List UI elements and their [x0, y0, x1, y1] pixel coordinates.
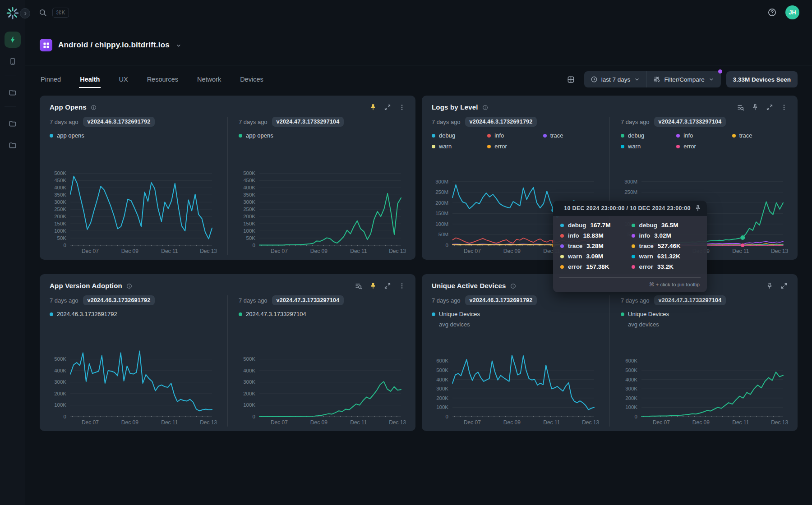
pin-icon[interactable] — [369, 282, 377, 289]
legend-item[interactable]: 2024.46.3.1732691792 — [50, 311, 217, 317]
card-actions — [737, 104, 788, 111]
legend-item[interactable]: info — [487, 132, 543, 139]
line-chart[interactable]: 600K500K400K300K200K100K0Dec 07Dec 09Dec… — [432, 350, 599, 427]
legend-item[interactable]: avg devices — [621, 321, 788, 328]
legend-item[interactable]: trace — [543, 132, 599, 139]
legend-item[interactable]: debug — [621, 132, 676, 139]
svg-text:Dec 13: Dec 13 — [389, 248, 406, 254]
version-badge: v2024.46.3.1732691792 — [83, 295, 155, 305]
legend-item[interactable]: debug — [432, 132, 487, 139]
svg-text:Dec 13: Dec 13 — [771, 248, 788, 254]
version-badge: v2024.46.3.1732691792 — [465, 117, 537, 127]
legend-item[interactable]: error — [487, 143, 543, 150]
expand-icon[interactable] — [766, 104, 773, 111]
legend-item[interactable]: warn — [432, 143, 487, 150]
svg-text:500K: 500K — [54, 170, 66, 176]
legend-item[interactable]: app opens — [239, 132, 406, 139]
panel-left: 7 days agov2024.46.3.1732691792app opens… — [50, 117, 227, 255]
line-chart[interactable]: 600K500K400K300K200K100K0Dec 07Dec 09Dec… — [621, 350, 788, 427]
series-name: trace — [568, 243, 582, 249]
kebab-menu-icon[interactable] — [780, 104, 788, 111]
search-bar[interactable]: ⌘K — [39, 8, 69, 18]
sidebar-item-phone-icon[interactable] — [5, 53, 21, 69]
legend-label: app opens — [246, 132, 273, 139]
card-panels: 7 days agov2024.46.3.17326917922024.46.3… — [50, 295, 406, 427]
filter-compare-dropdown[interactable]: Filter/Compare — [646, 71, 720, 87]
svg-text:400K: 400K — [243, 368, 255, 373]
series-dot — [632, 244, 635, 248]
legend-item[interactable]: info — [676, 132, 732, 139]
pin-icon[interactable] — [766, 282, 773, 289]
version-age: 7 days ago — [621, 297, 650, 304]
line-chart[interactable]: 500K450K400K350K300K250K200K150K100K50K0… — [239, 167, 406, 255]
line-chart[interactable]: 500K400K300K200K100K0Dec 07Dec 09Dec 11D… — [50, 346, 217, 427]
svg-text:Dec 07: Dec 07 — [464, 419, 481, 426]
line-chart[interactable]: 500K400K300K200K100K0Dec 07Dec 09Dec 11D… — [239, 346, 406, 427]
time-range-dropdown[interactable]: last 7 days — [584, 71, 647, 87]
panel-right: 7 days agov2024.47.3.1733297104Unique De… — [609, 295, 788, 427]
chevron-down-icon[interactable] — [175, 42, 182, 49]
legend-item[interactable]: warn — [621, 143, 676, 150]
devices-seen-button[interactable]: 3.33M Devices Seen — [726, 71, 798, 87]
legend-label: avg devices — [439, 321, 470, 328]
legend-label: trace — [550, 132, 563, 139]
layout-grid-button[interactable] — [563, 72, 579, 87]
series-value: 3.09M — [586, 253, 604, 260]
legend-item[interactable]: avg devices — [432, 321, 599, 328]
tooltip-title: 10 DEC 2024 23:00:00 / 10 DEC 2024 23:00… — [560, 205, 694, 211]
tooltip-row: info3.02M — [632, 232, 700, 239]
info-icon[interactable] — [482, 105, 488, 110]
line-chart[interactable]: 500K450K400K350K300K250K200K150K100K50K0… — [50, 167, 217, 255]
series-dot — [632, 255, 635, 258]
svg-text:300M: 300M — [624, 179, 637, 184]
tab-network[interactable]: Network — [196, 65, 222, 93]
panel-right: 7 days agov2024.47.3.1733297104app opens… — [227, 117, 406, 255]
expand-icon[interactable] — [384, 282, 391, 289]
sidebar-item-folder-icon[interactable] — [5, 84, 21, 101]
sidebar-item-folder-icon[interactable] — [5, 115, 21, 132]
card-title: App Version Adoption — [50, 282, 122, 289]
bitdrift-logo-icon[interactable] — [6, 6, 19, 20]
legend-item[interactable]: trace — [732, 132, 788, 139]
svg-text:200K: 200K — [243, 214, 255, 219]
svg-text:500K: 500K — [625, 367, 637, 373]
legend-item[interactable]: Unique Devices — [621, 311, 788, 317]
svg-text:350K: 350K — [54, 192, 66, 197]
svg-text:450K: 450K — [243, 178, 255, 183]
legend-dot — [621, 134, 624, 138]
pin-icon[interactable] — [752, 104, 759, 111]
sidebar-item-folder-icon[interactable] — [5, 137, 21, 153]
svg-text:200K: 200K — [436, 395, 448, 401]
pin-icon[interactable] — [369, 104, 377, 111]
legend-item[interactable]: error — [676, 143, 732, 150]
svg-text:50K: 50K — [246, 235, 256, 241]
tab-ux[interactable]: UX — [118, 65, 129, 93]
tab-resources[interactable]: Resources — [146, 65, 179, 93]
tooltip-column: debug167.7Minfo18.83Mtrace3.28Mwarn3.09M… — [560, 222, 629, 274]
expand-icon[interactable] — [780, 282, 788, 289]
tooltip-row: trace527.46K — [632, 243, 700, 249]
tab-devices[interactable]: Devices — [239, 65, 264, 93]
sidebar-expand-button[interactable] — [20, 8, 30, 18]
kebab-menu-icon[interactable] — [398, 282, 406, 289]
tab-health[interactable]: Health — [79, 65, 101, 93]
version-age: 7 days ago — [432, 297, 461, 304]
svg-text:Dec 11: Dec 11 — [543, 419, 560, 426]
pin-tooltip-icon[interactable] — [694, 205, 701, 212]
kebab-menu-icon[interactable] — [398, 104, 406, 111]
legend-item[interactable]: 2024.47.3.1733297104 — [239, 311, 406, 317]
expand-icon[interactable] — [384, 104, 391, 111]
list-search-icon[interactable] — [355, 282, 362, 289]
info-icon[interactable] — [510, 283, 516, 289]
info-icon[interactable] — [126, 283, 132, 289]
tooltip-row: debug36.5M — [632, 222, 700, 229]
legend-item[interactable]: Unique Devices — [432, 311, 599, 317]
avatar[interactable]: JH — [785, 5, 799, 19]
info-icon[interactable] — [91, 105, 97, 110]
legend-dot — [239, 134, 242, 138]
list-search-icon[interactable] — [737, 104, 744, 111]
sidebar-item-bolt-icon[interactable] — [5, 32, 21, 48]
help-button[interactable] — [768, 8, 776, 17]
tab-pinned[interactable]: Pinned — [40, 65, 62, 93]
legend-item[interactable]: app opens — [50, 132, 217, 139]
